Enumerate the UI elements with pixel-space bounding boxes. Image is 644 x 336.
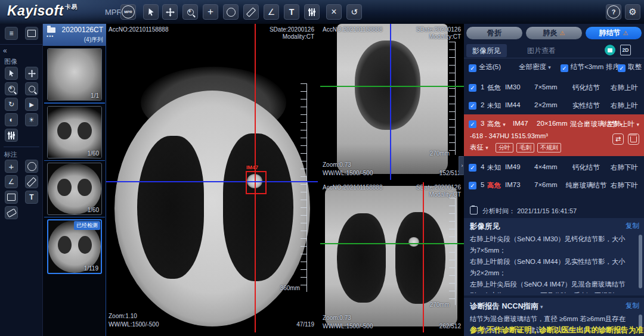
series-thumbnail-3[interactable]: 1/60 [47, 163, 102, 215]
delete-nodule-button[interactable] [628, 133, 639, 145]
nodule-row-2[interactable]: ✓ 2 未知 IM44 2×2mm 实性结节 右肺上叶 [464, 97, 644, 114]
rail-crosshair-button[interactable]: + [5, 160, 18, 173]
row-checkbox[interactable]: ✓ [469, 83, 479, 92]
layout-tab[interactable] [25, 27, 38, 40]
rail-window-adjust-button[interactable] [5, 129, 18, 142]
rail-divider [4, 147, 39, 147]
tag-irregular: 不规则 [537, 143, 561, 153]
module-lung-nodule-button[interactable]: 肺结节⚠ [586, 27, 642, 39]
rail-text-button[interactable]: T [25, 191, 38, 204]
row-checkbox[interactable]: ✓ [469, 163, 479, 172]
scale-ruler [449, 42, 456, 155]
axial-reference-line[interactable] [320, 86, 464, 87]
rail-pan-button[interactable] [25, 67, 38, 80]
rail-ruler-button[interactable] [25, 175, 38, 188]
density-filter-dropdown[interactable]: 全部密度 ▾ [519, 63, 551, 71]
risk-level: 未知 [487, 163, 501, 172]
sagittal-reference-line[interactable] [423, 182, 424, 332]
tab-picture-view[interactable]: 图片查看 [521, 44, 562, 57]
findings-text: 右肺上叶尖段（SeNO.4 IM30）见钙化结节影，大小为7×5mm； 右肺上叶… [470, 234, 630, 293]
zoom-overlay: Zoom:1.10 [109, 313, 137, 319]
axial-viewport[interactable]: AccNO:202101158888 SDate:20200126 Modali… [106, 24, 318, 332]
zoom-in-tool-button[interactable]: + [182, 4, 198, 20]
zoom-overlay: Zoom:0.73 [323, 161, 351, 168]
series-thumbnail-1[interactable]: 1/1 [47, 48, 102, 101]
mpr-layout-button[interactable]: MPR [120, 4, 136, 20]
round-checkbox[interactable]: ✓取整 [618, 63, 642, 72]
more-icon[interactable]: ••• [47, 33, 54, 39]
small-nodule-checkbox[interactable]: ✓结节<3mm [561, 63, 603, 72]
nodule-location: 右肺上叶 [611, 101, 638, 110]
nodule-row-5[interactable]: ✓ 5 高危 IM73 7×6mm 纯磨玻璃结节 右肺下叶 [464, 176, 644, 194]
findings-scrollbar[interactable] [639, 235, 642, 288]
slice-count: 1/119 [84, 265, 98, 272]
wwwl-overlay: WW/WL:1500/-500 [109, 321, 159, 328]
rail-pointer-button[interactable] [5, 67, 18, 80]
nodule-row-3-selected[interactable]: ✓ 3 高危 ▾ IM47 20×16mm 混合磨玻璃结节 ▾ 左肺上叶 ▾ -… [464, 114, 644, 156]
reset-button[interactable]: ↺ [346, 4, 362, 20]
row-checkbox[interactable]: ✓ [469, 181, 479, 189]
pointer-tool-button[interactable] [143, 4, 159, 20]
sagittal-viewport[interactable]: AccNO:202101158888 SDate:20200126 Modali… [320, 24, 464, 180]
feature-dropdown[interactable]: 表征 ▾ [470, 143, 488, 152]
rail-brightness-button[interactable]: ☀ [25, 113, 38, 126]
row-checkbox[interactable]: ✓ [469, 101, 479, 110]
rail-rotate-image-button[interactable]: ↻ [5, 98, 18, 111]
ruler-length-label: 270mm [430, 301, 450, 308]
gear-icon: ⚙ [628, 7, 636, 17]
play-icon: ▶ [29, 101, 34, 108]
copy-report-link[interactable]: 复制 [626, 301, 639, 310]
angle-tool-button[interactable]: ∠ [264, 4, 279, 20]
nodule-location-dropdown[interactable]: 左肺上叶 ▾ [607, 120, 639, 129]
pan-tool-button[interactable] [162, 4, 178, 20]
rail-eraser-button[interactable] [5, 206, 18, 219]
series-thumbnail-2[interactable]: 1/60 [47, 106, 102, 158]
chevron-down-icon[interactable]: ▾ [540, 304, 543, 310]
report-image-button[interactable] [605, 45, 615, 55]
coronal-reference-line[interactable] [106, 181, 318, 182]
rail-rect-button[interactable] [5, 191, 18, 204]
coronal-viewport[interactable]: AccNO:202101158888 SDate:20200126 Modali… [320, 182, 464, 332]
help-button[interactable]: ? [606, 4, 621, 20]
rail-ellipse-button[interactable] [25, 160, 38, 173]
series-list-tab[interactable]: ≡ [5, 27, 18, 40]
image-number: IM73 [505, 181, 521, 188]
row-checkbox[interactable]: ✓ [469, 119, 479, 128]
compare-button[interactable]: ⇄ [612, 133, 624, 145]
2d-view-button[interactable]: 2D [620, 45, 631, 55]
module-pneumonia-button[interactable]: 肺炎⚠ [526, 27, 582, 39]
hu-volume-detail: -618 - 347HU 1515.93mm³ [470, 132, 548, 139]
series-thumbnail-4-selected[interactable]: 已经检测 1/119 [47, 219, 102, 274]
delete-annotation-button[interactable]: × [326, 4, 342, 20]
acc-no-overlay: AccNO:202101158888 [323, 184, 382, 191]
ruler-tool-button[interactable] [243, 4, 259, 20]
text-tool-button[interactable]: T [284, 4, 299, 20]
wwwl-overlay: WW/WL:1500/-500 [323, 323, 373, 329]
nodule-row-1[interactable]: ✓ 1 低危 IM30 7×5mm 钙化结节 右肺上叶 [464, 79, 644, 97]
nodule-roi-box[interactable] [246, 171, 267, 194]
module-fracture-button[interactable]: 骨折 [466, 27, 522, 39]
tab-image-findings[interactable]: 影像所见 [466, 44, 507, 57]
analysis-time-label: 分析时间： [482, 207, 515, 214]
pointer-icon [147, 8, 156, 17]
nodule-row-4[interactable]: ✓ 4 未知 IM49 4×4mm 钙化结节 右肺下叶 [464, 158, 644, 176]
rail-cine-play-button[interactable]: ▶ [25, 98, 38, 111]
module-label: 肺结节 [599, 28, 621, 38]
rail-magnify-button[interactable] [25, 82, 38, 95]
axial-reference-line[interactable] [320, 243, 464, 244]
rail-invert-button[interactable]: ◐ [5, 113, 18, 126]
risk-level-dropdown[interactable]: 高危 ▾ [487, 120, 506, 129]
crosshair-tool-button[interactable]: + [203, 4, 218, 20]
select-all-checkbox[interactable]: ✓全选(5) [469, 63, 501, 72]
coronal-reference-line[interactable] [390, 24, 391, 180]
window-adjust-button[interactable] [304, 4, 320, 20]
copy-findings-link[interactable]: 复制 [626, 222, 639, 231]
clipboard-icon [470, 206, 478, 214]
ellipse-tool-button[interactable] [223, 4, 239, 20]
rail-zoom-in-button[interactable]: + [5, 82, 18, 95]
rail-angle-button[interactable]: ∠ [5, 175, 18, 188]
study-header[interactable]: 20200126CT ••• (4)序列 [43, 24, 106, 46]
nodule-type: 实性结节 [553, 101, 619, 110]
settings-button[interactable]: ⚙ [625, 4, 640, 20]
collapse-rail-button[interactable]: « [3, 46, 7, 55]
